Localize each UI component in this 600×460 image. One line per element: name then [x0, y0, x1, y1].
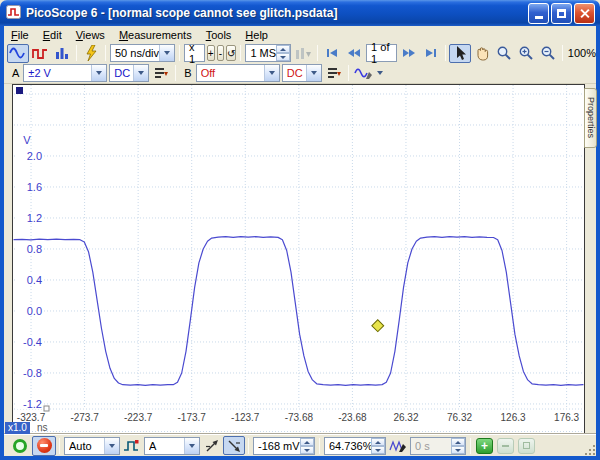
- stop-capture-button[interactable]: [32, 436, 56, 456]
- maximize-button[interactable]: [551, 3, 572, 24]
- advanced-triggers-button[interactable]: [121, 436, 143, 455]
- separator: [76, 45, 77, 61]
- channel-a-range-select[interactable]: ±2 V: [23, 64, 107, 82]
- menu-views[interactable]: Views: [69, 28, 112, 42]
- prev-buffer-button[interactable]: [343, 44, 365, 63]
- pointer-icon: [454, 45, 466, 61]
- chevron-down-icon: [377, 71, 383, 75]
- close-button[interactable]: [574, 3, 595, 24]
- channel-options-icon: [326, 66, 342, 80]
- channel-b-range-select[interactable]: Off: [196, 64, 280, 82]
- channel-b-coupling-select[interactable]: DC: [282, 64, 322, 82]
- samples-select[interactable]: 1 MS: [245, 44, 291, 62]
- separator: [105, 45, 106, 61]
- title-bar[interactable]: PicoScope 6 - [normal scope cannot see g…: [0, 0, 600, 26]
- chevron-down-icon[interactable]: [133, 65, 148, 81]
- chevron-down-icon[interactable]: [184, 438, 199, 454]
- pretrigger-spinner[interactable]: [371, 438, 385, 454]
- properties-tab[interactable]: Properties: [584, 88, 597, 148]
- svg-text:-73.68: -73.68: [285, 412, 314, 423]
- trigger-level-spinner[interactable]: [300, 438, 314, 454]
- zoom-in-tool-button[interactable]: [515, 44, 537, 63]
- trigger-timing-icon: [389, 439, 407, 453]
- channel-b-coupling-value: DC: [287, 67, 306, 79]
- properties-tab-label: Properties: [586, 97, 596, 138]
- first-buffer-button[interactable]: [321, 44, 343, 63]
- channel-a-coupling-select[interactable]: DC: [109, 64, 149, 82]
- menu-help[interactable]: Help: [238, 28, 275, 42]
- pretrigger-field[interactable]: 64.736%: [324, 437, 386, 455]
- time-unit-label: ns: [37, 422, 48, 433]
- post-trigger-delay-field: 0 s: [410, 437, 466, 455]
- chevron-down-icon[interactable]: [91, 65, 106, 81]
- channel-b-options-button[interactable]: [323, 64, 345, 83]
- selection-tool-button[interactable]: [449, 44, 471, 63]
- svg-text:-0.8: -0.8: [23, 367, 42, 379]
- svg-text:0.8: 0.8: [27, 243, 42, 255]
- minimize-button[interactable]: [528, 3, 549, 24]
- chevron-down-icon[interactable]: [159, 45, 174, 61]
- svg-text:1.2: 1.2: [27, 212, 42, 224]
- window-border-bottom: [0, 456, 600, 460]
- zoom-percent-label: 100%: [568, 47, 596, 59]
- add-measurement-button[interactable]: +: [476, 438, 493, 454]
- falling-edge-icon: [227, 439, 242, 453]
- menu-edit[interactable]: Edit: [36, 28, 69, 42]
- menu-tools[interactable]: Tools: [199, 28, 239, 42]
- scope-view-button[interactable]: [7, 44, 29, 63]
- separator: [59, 438, 60, 454]
- axis-zoom-badge[interactable]: x1.0: [5, 422, 30, 434]
- scope-graph[interactable]: -323.7-273.7-223.7-173.7-123.7-73.68-23.…: [12, 84, 585, 434]
- separator: [175, 65, 176, 81]
- falling-edge-button[interactable]: [223, 436, 245, 455]
- zoom-x-field[interactable]: x 1: [184, 44, 205, 62]
- chevron-down-icon[interactable]: [306, 65, 321, 81]
- last-buffer-button[interactable]: [420, 44, 442, 63]
- persistence-view-button[interactable]: [29, 44, 51, 63]
- svg-text:1.6: 1.6: [27, 181, 42, 193]
- zoom-out-tool-button[interactable]: [537, 44, 559, 63]
- svg-text:0.0: 0.0: [27, 305, 42, 317]
- connect-device-button[interactable]: [80, 44, 102, 63]
- timebase-select[interactable]: 50 ns/div: [110, 44, 175, 62]
- post-trigger-delay-value: 0 s: [415, 440, 451, 452]
- minus-icon: [502, 445, 509, 447]
- trigger-mode-select[interactable]: Auto: [64, 437, 120, 455]
- zoom-x-decrease-button[interactable]: -: [217, 45, 224, 61]
- persistence-view-icon: [31, 46, 49, 60]
- timebase-value: 50 ns/div: [115, 47, 159, 59]
- resize-grip[interactable]: [583, 443, 595, 455]
- edit-measurement-button: [497, 438, 514, 454]
- svg-text:-23.68: -23.68: [338, 412, 367, 423]
- first-buffer-icon: [324, 47, 340, 59]
- svg-text:V: V: [23, 134, 31, 146]
- advanced-trigger-icon: [123, 439, 141, 453]
- hand-tool-button[interactable]: [471, 44, 493, 63]
- separator: [179, 45, 180, 61]
- zoom-x-increase-button[interactable]: +: [207, 45, 215, 61]
- buffer-page-indicator[interactable]: 1 of 1: [366, 44, 397, 62]
- rising-edge-button[interactable]: [201, 436, 223, 455]
- trigger-source-select[interactable]: A: [144, 437, 200, 455]
- last-buffer-icon: [423, 47, 439, 59]
- scope-plot[interactable]: -323.7-273.7-223.7-173.7-123.7-73.68-23.…: [13, 85, 584, 433]
- next-buffer-button[interactable]: [398, 44, 420, 63]
- svg-text:-123.7: -123.7: [231, 412, 260, 423]
- magnifier-minus-icon: [540, 45, 556, 61]
- channel-toolbar: A ±2 V DC B Off DC: [4, 63, 596, 84]
- menu-measurements[interactable]: Measurements: [112, 28, 199, 42]
- spectrum-view-button[interactable]: [51, 44, 73, 63]
- start-capture-button[interactable]: [8, 436, 32, 456]
- maximize-icon: [557, 9, 566, 18]
- channel-a-options-button[interactable]: [150, 64, 172, 83]
- trigger-level-field[interactable]: -168 mV: [253, 437, 315, 455]
- trigger-timing-button[interactable]: [387, 436, 409, 455]
- signal-generator-button[interactable]: [352, 64, 385, 83]
- chevron-down-icon[interactable]: [104, 438, 119, 454]
- zoom-x-reset-button[interactable]: ↺: [226, 45, 236, 61]
- channel-b-range-value: Off: [201, 67, 264, 79]
- samples-spinner[interactable]: [276, 45, 290, 61]
- chevron-down-icon[interactable]: [264, 65, 279, 81]
- marquee-zoom-tool-button[interactable]: [493, 44, 515, 63]
- menu-file[interactable]: File: [4, 28, 36, 42]
